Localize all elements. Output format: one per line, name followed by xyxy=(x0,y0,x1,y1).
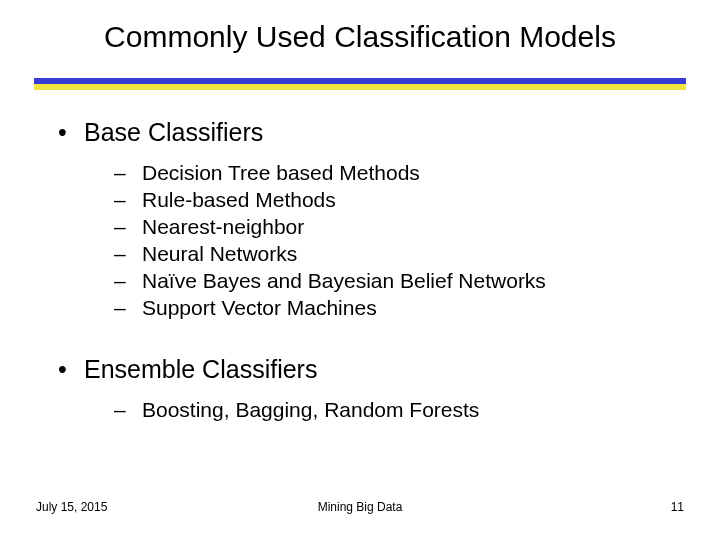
bullet-dash-icon: – xyxy=(114,188,142,212)
footer-page-number: 11 xyxy=(671,500,684,514)
list-item: Support Vector Machines xyxy=(142,296,377,320)
list-item: Nearest-neighbor xyxy=(142,215,304,239)
list-item: Rule-based Methods xyxy=(142,188,336,212)
bullet-level2: –Neural Networks xyxy=(114,242,680,266)
bullet-level2: –Boosting, Bagging, Random Forests xyxy=(114,398,680,422)
bullet-dash-icon: – xyxy=(114,296,142,320)
title-divider xyxy=(34,78,686,90)
bullet-level1: •Ensemble Classifiers xyxy=(58,355,680,384)
list-item: Decision Tree based Methods xyxy=(142,161,420,185)
sub-list: –Decision Tree based Methods –Rule-based… xyxy=(114,161,680,320)
bullet-dash-icon: – xyxy=(114,242,142,266)
list-item: Neural Networks xyxy=(142,242,297,266)
divider-yellow xyxy=(34,84,686,90)
bullet-dash-icon: – xyxy=(114,215,142,239)
bullet-level2: –Support Vector Machines xyxy=(114,296,680,320)
bullet-dot-icon: • xyxy=(58,355,84,384)
bullet-dash-icon: – xyxy=(114,398,142,422)
list-item: Boosting, Bagging, Random Forests xyxy=(142,398,479,422)
slide-content: •Base Classifiers –Decision Tree based M… xyxy=(58,118,680,425)
slide-title: Commonly Used Classification Models xyxy=(0,20,720,54)
bullet-level2: –Rule-based Methods xyxy=(114,188,680,212)
bullet-dash-icon: – xyxy=(114,161,142,185)
list-item: Naïve Bayes and Bayesian Belief Networks xyxy=(142,269,546,293)
sub-list: –Boosting, Bagging, Random Forests xyxy=(114,398,680,422)
bullet-level2: –Nearest-neighbor xyxy=(114,215,680,239)
slide: Commonly Used Classification Models •Bas… xyxy=(0,0,720,540)
footer-center: Mining Big Data xyxy=(0,500,720,514)
bullet-dot-icon: • xyxy=(58,118,84,147)
spacer xyxy=(58,323,680,355)
bullet-dash-icon: – xyxy=(114,269,142,293)
section-heading: Base Classifiers xyxy=(84,118,263,146)
section-heading: Ensemble Classifiers xyxy=(84,355,317,383)
bullet-level2: –Decision Tree based Methods xyxy=(114,161,680,185)
bullet-level2: –Naïve Bayes and Bayesian Belief Network… xyxy=(114,269,680,293)
bullet-level1: •Base Classifiers xyxy=(58,118,680,147)
